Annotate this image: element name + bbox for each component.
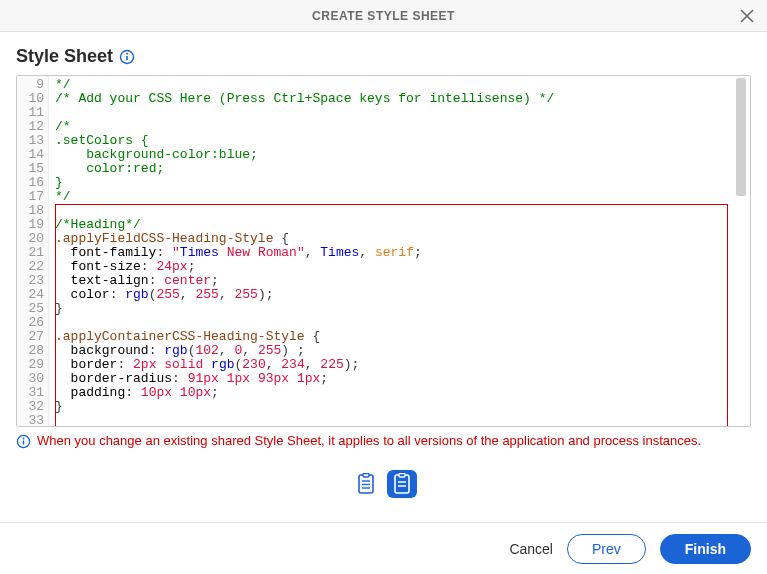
info-icon[interactable] [119,49,135,65]
svg-point-2 [126,52,128,54]
finish-button[interactable]: Finish [660,534,751,564]
svg-rect-1 [126,56,128,60]
dialog-title: CREATE STYLE SHEET [312,9,455,23]
section-header: Style Sheet [16,46,751,67]
warning-message: When you change an existing shared Style… [16,433,751,452]
section-title: Style Sheet [16,46,113,67]
toolbar [16,470,751,498]
clipboard-icon [392,473,412,495]
dialog-content: Style Sheet 9101112131415161718192021222… [0,32,767,522]
prev-button[interactable]: Prev [567,534,646,564]
close-icon [740,9,754,23]
svg-rect-4 [23,441,25,445]
cancel-button[interactable]: Cancel [509,541,553,557]
code-area[interactable]: *//* Add your CSS Here (Press Ctrl+Space… [49,76,750,426]
css-editor[interactable]: 9101112131415161718192021222324252627282… [16,75,751,427]
form-icon [356,473,376,495]
svg-rect-7 [363,474,369,478]
titlebar: CREATE STYLE SHEET [0,0,767,32]
line-gutter: 9101112131415161718192021222324252627282… [17,76,49,426]
close-button[interactable] [735,4,759,28]
form-view-button[interactable] [351,470,381,498]
vertical-scrollbar[interactable] [734,78,748,424]
info-icon [16,434,31,452]
clipboard-view-button[interactable] [387,470,417,498]
svg-point-5 [23,438,25,440]
svg-rect-12 [399,474,405,478]
create-stylesheet-dialog: CREATE STYLE SHEET Style Sheet 910111213… [0,0,767,574]
dialog-footer: Cancel Prev Finish [0,522,767,574]
svg-rect-11 [395,475,409,493]
scroll-thumb[interactable] [736,78,746,196]
warning-text: When you change an existing shared Style… [37,433,701,448]
